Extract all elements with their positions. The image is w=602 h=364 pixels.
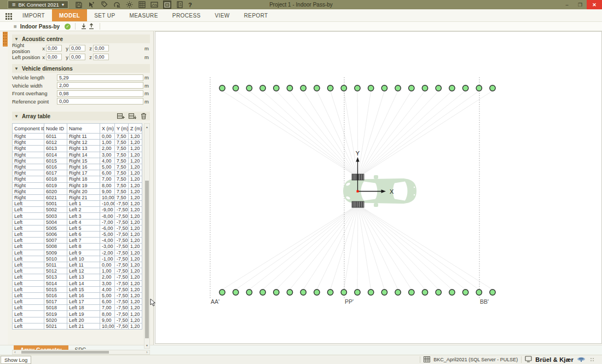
table-cell[interactable]: Right 20 bbox=[67, 188, 100, 194]
table-cell[interactable]: 0,00 bbox=[100, 262, 115, 268]
delete-rows-trash-icon[interactable] bbox=[140, 113, 148, 120]
table-cell[interactable]: Left 3 bbox=[67, 213, 100, 219]
table-row[interactable]: Left5013Left 132,00-7,501,20 bbox=[13, 274, 142, 280]
table-cell[interactable]: 5013 bbox=[44, 274, 67, 280]
table-cell[interactable]: 1,20 bbox=[129, 207, 142, 213]
microphone-point[interactable] bbox=[355, 85, 360, 91]
table-cell[interactable]: 4,00 bbox=[100, 286, 115, 292]
resize-grip[interactable] bbox=[590, 357, 594, 362]
table-row[interactable]: Left5017Left 176,00-7,501,20 bbox=[13, 299, 142, 305]
table-cell[interactable]: 6013 bbox=[44, 146, 67, 152]
table-cell[interactable]: 1,00 bbox=[100, 268, 115, 274]
ribbon-tab-measure[interactable]: MEASURE bbox=[123, 9, 165, 21]
table-cell[interactable]: -9,00 bbox=[100, 207, 115, 213]
table-cell[interactable]: Left 15 bbox=[67, 286, 100, 292]
table-cell[interactable]: 1,20 bbox=[129, 225, 142, 231]
table-cell[interactable]: Left bbox=[13, 317, 44, 323]
table-cell[interactable]: 6017 bbox=[44, 170, 67, 176]
table-cell[interactable]: 1,20 bbox=[129, 317, 142, 323]
brightness-icon[interactable] bbox=[125, 1, 134, 9]
microphone-point[interactable] bbox=[449, 85, 455, 91]
table-cell[interactable]: 1,20 bbox=[129, 268, 142, 274]
save-icon[interactable] bbox=[75, 1, 83, 9]
table-cell[interactable]: -7,50 bbox=[115, 317, 129, 323]
table-cell[interactable]: 1,20 bbox=[129, 280, 142, 286]
upload-icon[interactable] bbox=[88, 23, 95, 30]
table-cell[interactable]: 3,00 bbox=[100, 280, 115, 286]
table-cell[interactable]: 1,20 bbox=[129, 146, 142, 152]
table-cell[interactable]: Right 12 bbox=[67, 140, 100, 146]
table-cell[interactable]: 0,00 bbox=[100, 134, 115, 140]
task-menu-icon[interactable]: ≡ bbox=[14, 24, 17, 30]
table-cell[interactable]: -6,00 bbox=[100, 225, 115, 231]
table-cell[interactable]: -7,50 bbox=[115, 292, 129, 298]
microphone-point[interactable] bbox=[300, 290, 306, 295]
microphone-point[interactable] bbox=[395, 290, 401, 295]
table-cell[interactable]: -7,50 bbox=[115, 274, 129, 280]
table-cell[interactable]: Right bbox=[13, 188, 44, 194]
table-cell[interactable]: 5005 bbox=[44, 225, 67, 231]
table-row[interactable]: Left5003Left 3-8,00-7,501,20 bbox=[13, 213, 142, 219]
table-grid-icon[interactable] bbox=[138, 1, 146, 9]
table-cell[interactable]: 6021 bbox=[44, 194, 67, 200]
microphone-point[interactable] bbox=[436, 290, 441, 295]
table-cell[interactable]: Left bbox=[13, 250, 44, 256]
table-cell[interactable]: 7,50 bbox=[115, 134, 129, 140]
table-row[interactable]: Left5012Left 121,00-7,501,20 bbox=[13, 268, 142, 274]
front-overhang-field[interactable] bbox=[57, 90, 143, 97]
table-cell[interactable]: Left bbox=[13, 207, 44, 213]
microphone-point[interactable] bbox=[355, 290, 360, 295]
table-row[interactable]: Left5015Left 154,00-7,501,20 bbox=[13, 286, 142, 292]
table-cell[interactable]: -10,00 bbox=[100, 201, 115, 207]
table-cell[interactable]: 7,50 bbox=[115, 194, 129, 200]
table-cell[interactable]: Left 19 bbox=[67, 311, 100, 317]
table-row[interactable]: Left5010Left 10-1,00-7,501,20 bbox=[13, 256, 142, 262]
table-cell[interactable]: 1,20 bbox=[129, 182, 142, 188]
table-cell[interactable]: Right bbox=[13, 152, 44, 158]
table-cell[interactable]: 10,00 bbox=[100, 194, 115, 200]
close-button[interactable]: ✕ bbox=[587, 0, 602, 9]
table-row[interactable]: Right6020Right 209,007,501,20 bbox=[13, 188, 142, 194]
ribbon-tab-view[interactable]: VIEW bbox=[208, 9, 237, 21]
microphone-point[interactable] bbox=[395, 85, 401, 91]
table-cell[interactable]: 6011 bbox=[44, 134, 67, 140]
table-cell[interactable]: Right 14 bbox=[67, 152, 100, 158]
table-cell[interactable]: Left 14 bbox=[67, 280, 100, 286]
table-cell[interactable]: 5003 bbox=[44, 213, 67, 219]
table-row[interactable]: Left5005Left 5-6,00-7,501,20 bbox=[13, 225, 142, 231]
microphone-point[interactable] bbox=[381, 85, 387, 91]
left-position-z-field[interactable] bbox=[93, 54, 109, 60]
table-cell[interactable]: 6020 bbox=[44, 188, 67, 194]
table-cell[interactable]: 1,20 bbox=[129, 286, 142, 292]
table-cell[interactable]: 1,20 bbox=[129, 152, 142, 158]
scroll-left-icon[interactable]: ‹ bbox=[13, 350, 18, 354]
microphone-point[interactable] bbox=[422, 85, 427, 91]
app-menu-button[interactable]: ≡ BK Connect 2021 ▾ bbox=[8, 1, 68, 9]
table-cell[interactable]: Left bbox=[13, 305, 44, 311]
table-cell[interactable]: 1,20 bbox=[129, 170, 142, 176]
table-cell[interactable]: -7,50 bbox=[115, 305, 129, 311]
table-cell[interactable]: Right bbox=[13, 140, 44, 146]
microphone-point[interactable] bbox=[287, 290, 292, 295]
microphone-point[interactable] bbox=[462, 85, 468, 91]
table-row[interactable]: Right6019Right 198,007,501,20 bbox=[13, 182, 142, 188]
microphone-point[interactable] bbox=[341, 290, 346, 295]
table-row[interactable]: Right6017Right 176,007,501,20 bbox=[13, 170, 142, 176]
microphone-point[interactable] bbox=[246, 85, 252, 91]
table-cell[interactable]: 5002 bbox=[44, 207, 67, 213]
table-row[interactable]: Left5008Left 8-3,00-7,501,20 bbox=[13, 244, 142, 250]
table-cell[interactable]: 1,20 bbox=[129, 323, 142, 329]
table-cell[interactable]: -7,00 bbox=[100, 219, 115, 225]
table-cell[interactable]: 6012 bbox=[44, 140, 67, 146]
table-cell[interactable]: Right 18 bbox=[67, 176, 100, 182]
left-position-x-field[interactable] bbox=[46, 54, 62, 60]
table-cell[interactable]: 1,20 bbox=[129, 292, 142, 298]
microphone-point[interactable] bbox=[476, 85, 482, 91]
microphone-point[interactable] bbox=[490, 85, 495, 91]
table-cell[interactable]: 1,20 bbox=[129, 134, 142, 140]
table-cell[interactable]: Left bbox=[13, 299, 44, 305]
microphone-point[interactable] bbox=[260, 290, 265, 295]
table-cell[interactable]: 1,20 bbox=[129, 238, 142, 244]
table-cell[interactable]: Right 19 bbox=[67, 182, 100, 188]
right-position-x-field[interactable] bbox=[46, 45, 62, 51]
